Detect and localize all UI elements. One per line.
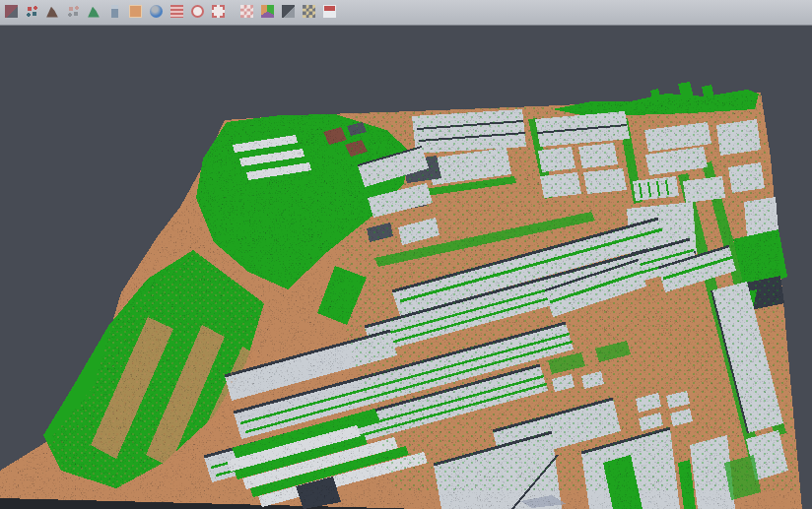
globe-icon bbox=[150, 5, 163, 18]
pick-points-icon bbox=[26, 5, 38, 18]
profile-bar-icon bbox=[111, 5, 118, 18]
point-cloud-scene bbox=[0, 26, 812, 509]
terrain-mound-icon bbox=[46, 5, 59, 18]
classes-palette-icon-button[interactable] bbox=[258, 2, 276, 20]
target-circle-icon-button[interactable] bbox=[188, 2, 206, 20]
profile-bar-icon-button[interactable] bbox=[105, 2, 123, 20]
target-circle-icon bbox=[191, 5, 204, 18]
clip-box-icon-button[interactable] bbox=[2, 2, 20, 20]
ortho-tile-icon-button[interactable] bbox=[126, 2, 144, 20]
terrain-mound-icon-button[interactable] bbox=[43, 2, 61, 20]
red-grid-icon-button[interactable] bbox=[237, 2, 255, 20]
flag-icon bbox=[323, 5, 336, 18]
green-hill-icon-button[interactable] bbox=[85, 2, 102, 20]
binoculars-icon-button[interactable] bbox=[279, 2, 297, 20]
sparse-points-icon bbox=[67, 5, 80, 18]
globe-icon-button[interactable] bbox=[147, 2, 165, 20]
red-list-icon-button[interactable] bbox=[168, 2, 185, 20]
binoculars-icon bbox=[282, 5, 295, 18]
select-box-icon-button[interactable] bbox=[209, 2, 227, 20]
classes-palette-icon bbox=[261, 5, 274, 18]
ortho-tile-icon bbox=[129, 5, 142, 18]
pick-points-icon-button[interactable] bbox=[23, 2, 40, 20]
main-toolbar bbox=[0, 0, 812, 26]
point-cloud-grain bbox=[0, 26, 812, 509]
select-box-icon bbox=[212, 5, 225, 18]
measure-sheet-icon-button[interactable] bbox=[300, 2, 317, 20]
clip-box-icon bbox=[5, 5, 18, 18]
red-grid-icon bbox=[240, 5, 253, 18]
sparse-points-icon-button[interactable] bbox=[64, 2, 82, 20]
green-hill-icon bbox=[88, 5, 101, 18]
flag-icon-button[interactable] bbox=[320, 2, 338, 20]
measure-sheet-icon bbox=[303, 5, 315, 18]
3d-viewport[interactable] bbox=[0, 26, 812, 509]
red-list-icon bbox=[170, 5, 183, 18]
